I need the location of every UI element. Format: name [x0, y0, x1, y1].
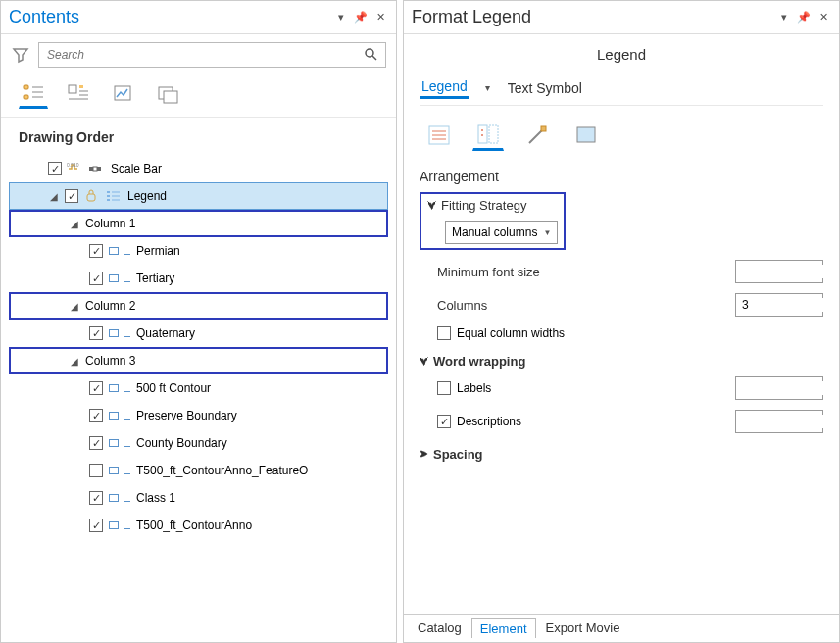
tree-item[interactable]: ◢Column 3: [9, 347, 388, 374]
svg-rect-24: [107, 199, 110, 201]
tab-dropdown-icon[interactable]: ▾: [477, 82, 498, 93]
footer-tab-element[interactable]: Element: [471, 618, 536, 638]
tree-item[interactable]: ◢Column 1: [9, 210, 388, 237]
equal-widths-label: Equal column widths: [457, 326, 565, 340]
search-icon[interactable]: [364, 47, 377, 64]
fitting-strategy-heading[interactable]: ⮟ Fitting Strategy: [427, 198, 558, 213]
fitting-strategy-dropdown[interactable]: Manual columns ▼: [445, 221, 558, 244]
svg-rect-16: [89, 167, 93, 171]
symbol-box-icon: [109, 381, 119, 395]
tree-item[interactable]: ✓Class 1: [9, 484, 388, 512]
tree-item-label: Permian: [136, 244, 180, 258]
contents-toolbar: [1, 75, 396, 118]
pin-icon[interactable]: 📌: [796, 10, 812, 25]
pin-icon[interactable]: 📌: [353, 10, 369, 25]
visibility-checkbox[interactable]: ✓: [89, 409, 103, 422]
footer-tabs: Catalog Element Export Movie: [404, 614, 839, 642]
symbol-box-icon: [109, 491, 119, 505]
list-by-source-icon[interactable]: [64, 79, 93, 109]
visibility-checkbox[interactable]: ✓: [89, 244, 103, 258]
visibility-checkbox[interactable]: ✓: [89, 491, 103, 505]
visibility-checkbox[interactable]: ✓: [89, 519, 103, 532]
columns-input[interactable]: ▲▼: [735, 293, 823, 317]
visibility-checkbox[interactable]: ✓: [89, 326, 103, 340]
format-legend-panel: Format Legend ▾ 📌 ✕ Legend Legend ▾ Text…: [403, 0, 840, 643]
tree-item[interactable]: ◢Column 2: [9, 292, 388, 320]
wrap-desc-label: Descriptions: [457, 415, 521, 428]
min-font-value[interactable]: [736, 265, 839, 278]
visibility-checkbox[interactable]: ✓: [89, 381, 103, 395]
display-tab-icon[interactable]: [521, 120, 553, 151]
wrap-labels-label: Labels: [457, 381, 491, 395]
tree-item[interactable]: ✓T500_ft_ContourAnno: [9, 512, 388, 539]
svg-rect-35: [541, 126, 546, 131]
visibility-checkbox[interactable]: ✓: [65, 189, 78, 203]
wrap-labels-checkbox[interactable]: [437, 381, 451, 395]
list-by-snapping-icon[interactable]: [154, 79, 183, 109]
tree-item[interactable]: ✓Preserve Boundary: [9, 402, 388, 429]
tree-item[interactable]: ✓Tertiary: [9, 265, 388, 292]
expand-icon[interactable]: ◢: [70, 356, 79, 366]
svg-rect-22: [107, 195, 110, 197]
collapse-icon[interactable]: ⮞: [420, 449, 429, 460]
visibility-checkbox[interactable]: ✓: [48, 162, 62, 175]
symbol-dash-icon: [124, 436, 130, 450]
svg-rect-3: [24, 95, 28, 99]
tree-item-label: Tertiary: [136, 272, 174, 285]
expand-icon[interactable]: ◢: [70, 301, 79, 311]
wrap-labels-input[interactable]: in ▲▼: [735, 376, 823, 400]
expand-icon[interactable]: ◢: [70, 219, 79, 228]
symbol-box-icon: [109, 519, 119, 532]
footer-tab-catalog[interactable]: Catalog: [410, 618, 469, 638]
search-input[interactable]: [47, 48, 364, 62]
filter-icon[interactable]: [11, 45, 30, 65]
menu-dropdown-icon[interactable]: ▾: [333, 10, 349, 25]
contents-panel: Contents ▾ 📌 ✕ Drawing Order ✓0.510Scale…: [0, 0, 397, 643]
expand-icon[interactable]: ◢: [49, 191, 59, 201]
wrap-label: Word wrapping: [433, 354, 525, 369]
drawing-order-heading: Drawing Order: [1, 118, 396, 155]
equal-widths-checkbox[interactable]: [437, 326, 451, 340]
symbol-box-icon: [109, 409, 119, 422]
expand-icon[interactable]: ⮟: [427, 200, 437, 211]
close-icon[interactable]: ✕: [815, 10, 831, 25]
svg-rect-17: [93, 167, 97, 171]
visibility-checkbox[interactable]: ✓: [89, 436, 103, 450]
columns-value[interactable]: [736, 298, 839, 312]
list-by-drawing-order-icon[interactable]: [19, 79, 48, 109]
footer-tab-export-movie[interactable]: Export Movie: [538, 618, 628, 638]
placement-tab-icon[interactable]: [570, 120, 602, 151]
svg-text:0.510: 0.510: [67, 162, 79, 168]
arrangement-heading: Arrangement: [420, 169, 823, 184]
tree-item[interactable]: ✓500 ft Contour: [9, 374, 388, 402]
spacing-heading[interactable]: ⮞ Spacing: [420, 447, 823, 462]
visibility-checkbox[interactable]: [89, 464, 103, 477]
menu-dropdown-icon[interactable]: ▾: [776, 10, 792, 25]
options-tab-icon[interactable]: [423, 120, 455, 151]
expand-icon[interactable]: ⮟: [420, 356, 429, 367]
tree-item[interactable]: T500_ft_ContourAnno_FeatureO: [9, 457, 388, 484]
wrap-desc-value[interactable]: [736, 415, 839, 428]
tab-text-symbol[interactable]: Text Symbol: [506, 78, 584, 98]
format-tabs: Legend ▾ Text Symbol: [420, 76, 823, 106]
word-wrapping-heading[interactable]: ⮟ Word wrapping: [420, 354, 823, 369]
tree-item[interactable]: ◢✓Legend: [9, 182, 388, 210]
wrap-labels-value[interactable]: [736, 381, 839, 395]
min-font-input[interactable]: pt ▲▼: [735, 260, 823, 283]
equal-widths-row: Equal column widths: [420, 326, 823, 340]
arrangement-tab-icon[interactable]: [472, 120, 504, 151]
contents-tree[interactable]: ✓0.510Scale Bar◢✓Legend◢Column 1✓Permian…: [1, 155, 396, 642]
wrap-desc-checkbox[interactable]: ✓: [437, 415, 451, 428]
tab-legend[interactable]: Legend: [420, 76, 469, 99]
tree-item-label: 500 ft Contour: [136, 381, 211, 395]
tree-item-label: T500_ft_ContourAnno: [136, 519, 252, 532]
tree-item[interactable]: ✓County Boundary: [9, 429, 388, 457]
tree-item[interactable]: ✓Permian: [9, 237, 388, 265]
visibility-checkbox[interactable]: ✓: [89, 272, 103, 285]
tree-item[interactable]: ✓0.510Scale Bar: [9, 155, 388, 182]
tree-item[interactable]: ✓Quaternary: [9, 320, 388, 347]
wrap-desc-input[interactable]: in ▲▼: [735, 410, 823, 433]
search-box[interactable]: [38, 42, 386, 68]
list-by-selection-icon[interactable]: [109, 79, 138, 109]
close-icon[interactable]: ✕: [372, 10, 388, 25]
